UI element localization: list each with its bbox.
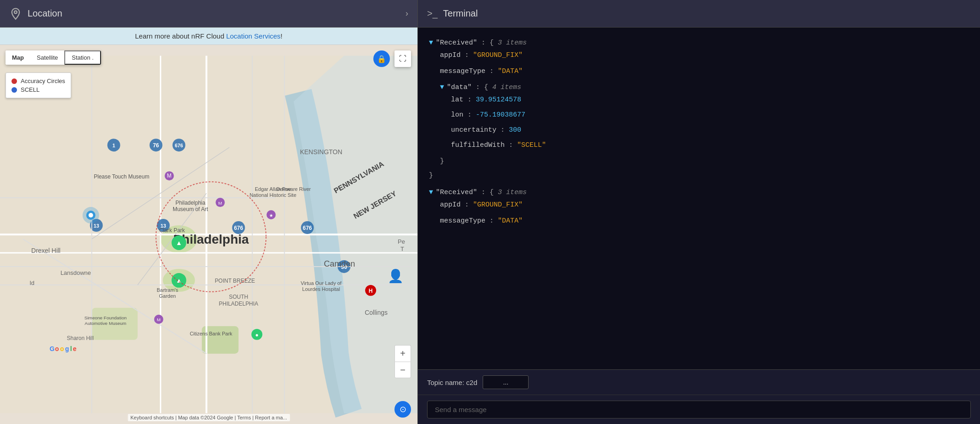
svg-point-76 <box>89 213 93 218</box>
json-key-received-2: "Received" <box>436 186 477 199</box>
map-type-controls: Map Satellite Station . <box>6 50 101 65</box>
svg-text:KENSINGTON: KENSINGTON <box>300 148 342 156</box>
svg-text:Philadelphia: Philadelphia <box>175 200 206 206</box>
svg-text:Citizens Bank Park: Citizens Bank Park <box>190 331 232 336</box>
banner-suffix: ! <box>281 32 282 40</box>
svg-text:G: G <box>50 345 55 352</box>
json-val-lat: 39.95124578 <box>476 94 521 106</box>
svg-text:Sharon Hill: Sharon Hill <box>67 335 94 341</box>
json-key-msgtype-2: messageType <box>440 215 485 227</box>
legend-item-scell: SCELL <box>11 85 65 94</box>
location-header-left: Location <box>9 7 62 20</box>
json-val-fulfilledwith: "SCELL" <box>517 139 546 151</box>
legend-label-scell: SCELL <box>21 86 39 93</box>
json-close-brace-outer: } <box>429 169 433 182</box>
json-comment-2: 3 items <box>498 186 527 199</box>
expand-icon-1[interactable]: ▼ <box>429 37 433 49</box>
svg-text:Drexel Hill: Drexel Hill <box>31 247 61 254</box>
svg-text:Pe: Pe <box>398 238 405 245</box>
svg-text:National Historic Site: National Historic Site <box>249 192 296 198</box>
json-key-received-1: "Received" <box>436 37 477 49</box>
map-zoom-in-button[interactable]: + <box>394 345 411 362</box>
svg-text:g: g <box>65 345 69 352</box>
json-key-appid-2: appId <box>440 199 461 211</box>
topic-input[interactable] <box>483 375 529 389</box>
map-legend: Accuracy Circles SCELL <box>6 73 71 98</box>
json-val-msgtype-2: "DATA" <box>498 215 523 227</box>
message-input-container <box>418 395 980 424</box>
svg-text:SOUTH: SOUTH <box>229 294 248 300</box>
json-key-fulfilledwith: fulfilledWith <box>451 139 505 151</box>
expand-icon-2[interactable]: ▼ <box>429 186 433 199</box>
terminal-topic-footer: Topic name: c2d <box>418 369 980 395</box>
location-chevron-icon[interactable]: › <box>406 9 408 18</box>
map-attribution: Keyboard shortcuts | Map data ©2024 Goog… <box>128 414 290 421</box>
json-msgtype-2: messageType : "DATA" <box>429 215 969 227</box>
json-msgtype-1: messageType : "DATA" <box>429 65 969 78</box>
svg-text:●: ● <box>255 332 259 338</box>
json-punct-2: : { <box>477 186 498 199</box>
json-punct-fulfilledwith: : <box>505 139 517 151</box>
svg-text:Please Touch Museum: Please Touch Museum <box>94 173 149 180</box>
legend-label-accuracy: Accuracy Circles <box>21 78 65 84</box>
legend-item-accuracy: Accuracy Circles <box>11 77 65 85</box>
json-uncertainty: uncertainty : 300 <box>429 124 969 136</box>
json-close-outer: } <box>429 169 969 182</box>
left-panel: Location › Learn more about nRF Cloud Lo… <box>0 0 418 424</box>
terminal-header: >_ Terminal <box>418 0 980 28</box>
legend-dot-scell <box>11 87 17 93</box>
json-punct-appid-2: : <box>461 199 473 211</box>
json-val-uncertainty: 300 <box>509 124 521 136</box>
map-fullscreen-button[interactable]: ⛶ <box>394 50 411 67</box>
topic-label: Topic name: c2d <box>427 379 477 386</box>
json-val-lon: -75.19038677 <box>476 109 525 121</box>
map-recenter-button[interactable]: ⊙ <box>394 401 411 418</box>
svg-text:M: M <box>218 201 222 206</box>
json-punct-appid-1: : <box>461 49 473 61</box>
legend-dot-accuracy <box>11 78 17 84</box>
json-fulfilledwith: fulfilledWith : "SCELL" <box>429 139 969 151</box>
svg-text:676: 676 <box>303 225 312 231</box>
json-key-uncertainty: uncertainty <box>451 124 496 136</box>
json-close-brace-inner: } <box>440 155 444 167</box>
json-received-2: ▼ "Received" : { 3 items <box>429 186 969 199</box>
json-comment-data: 4 items <box>492 81 521 94</box>
json-lon: lon : -75.19038677 <box>429 109 969 121</box>
json-val-appid-1: "GROUND_FIX" <box>473 49 523 61</box>
svg-text:POINT BREEZE: POINT BREEZE <box>215 278 255 284</box>
svg-text:l: l <box>70 345 72 352</box>
json-comment-1: 3 items <box>498 37 527 49</box>
json-close-inner: } <box>429 155 969 167</box>
svg-text:o: o <box>55 345 59 352</box>
svg-text:e: e <box>73 345 77 352</box>
map-type-station-button[interactable]: Station . <box>64 50 101 65</box>
svg-text:T: T <box>400 245 404 252</box>
svg-text:676: 676 <box>175 143 183 148</box>
svg-text:Automotive Museum: Automotive Museum <box>84 321 126 326</box>
svg-text:Bartram's: Bartram's <box>157 287 178 293</box>
svg-text:676: 676 <box>234 225 243 231</box>
svg-text:PHILADELPHIA: PHILADELPHIA <box>219 301 259 307</box>
terminal-title: Terminal <box>443 8 478 19</box>
expand-icon-data[interactable]: ▼ <box>440 81 444 94</box>
right-panel: >_ Terminal ▼ "Received" : { 3 items app… <box>418 0 980 424</box>
json-key-data: "data" <box>447 81 472 94</box>
map-type-map-button[interactable]: Map <box>6 50 30 65</box>
svg-text:1: 1 <box>113 143 115 148</box>
svg-text:M: M <box>167 173 172 179</box>
svg-text:Museum of Art: Museum of Art <box>173 206 208 212</box>
map-lock-button[interactable]: 🔒 <box>373 50 390 67</box>
svg-text:▲: ▲ <box>176 239 182 246</box>
json-punct-uncertainty: : <box>496 124 509 136</box>
message-input[interactable] <box>427 401 971 418</box>
map-type-satellite-button[interactable]: Satellite <box>30 50 64 65</box>
map-zoom-controls: + − <box>394 345 411 378</box>
banner-link[interactable]: Location Services <box>226 32 280 40</box>
svg-text:Simeone Foundation: Simeone Foundation <box>84 315 127 320</box>
svg-text:13: 13 <box>94 223 99 229</box>
json-appid-2: appId : "GROUND_FIX" <box>429 199 969 211</box>
json-key-msgtype-1: messageType <box>440 65 485 78</box>
map-zoom-out-button[interactable]: − <box>394 362 411 378</box>
svg-text:★: ★ <box>269 213 273 218</box>
map-background: 76 676 676 30 1 13 13 676 <box>0 45 417 424</box>
